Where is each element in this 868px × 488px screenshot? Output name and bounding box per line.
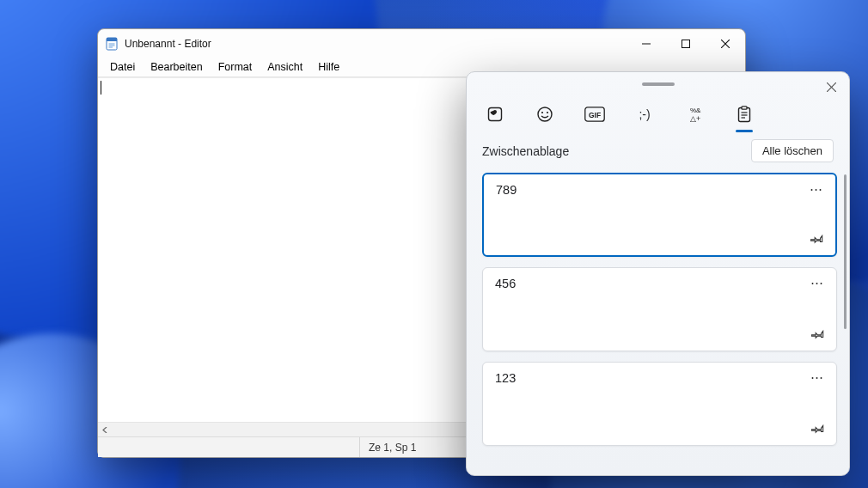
tab-gif[interactable]: GIF — [582, 101, 608, 127]
svg-rect-1 — [107, 38, 117, 41]
svg-point-13 — [541, 112, 543, 113]
clipboard-list[interactable]: 789 ⋯ 456 ⋯ 123 ⋯ — [467, 173, 849, 467]
status-position: Ze 1, Sp 1 — [359, 437, 425, 457]
pin-button[interactable] — [810, 231, 825, 247]
clipboard-item-text: 456 — [495, 277, 824, 290]
pin-button[interactable] — [810, 326, 826, 342]
item-menu-button[interactable]: ⋯ — [810, 181, 823, 197]
menu-file[interactable]: Datei — [102, 59, 143, 75]
tab-clipboard[interactable] — [731, 101, 757, 127]
svg-text:GIF: GIF — [589, 111, 601, 119]
tab-emoji[interactable] — [532, 101, 558, 127]
menu-view[interactable]: Ansicht — [260, 59, 310, 75]
svg-text:&: & — [696, 107, 701, 114]
pin-button[interactable] — [810, 421, 826, 436]
clear-all-button[interactable]: Alle löschen — [751, 139, 834, 162]
window-title: Unbenannt - Editor — [125, 38, 211, 50]
svg-rect-6 — [682, 40, 690, 47]
panel-titlebar[interactable] — [467, 72, 849, 96]
clipboard-item-text: 789 — [496, 183, 823, 197]
titlebar[interactable]: Unbenannt - Editor — [98, 29, 745, 58]
input-panel: GIF ;-) % & △ + Zwischenablage Alle lösc… — [466, 71, 850, 476]
panel-scrollbar[interactable] — [844, 174, 847, 329]
menu-format[interactable]: Format — [211, 59, 260, 75]
panel-title: Zwischenablage — [482, 144, 569, 158]
clipboard-item[interactable]: 456 ⋯ — [482, 267, 837, 351]
svg-rect-22 — [742, 107, 747, 109]
svg-text:△: △ — [690, 114, 696, 123]
svg-point-12 — [538, 107, 552, 121]
drag-handle-icon[interactable] — [642, 82, 675, 86]
menu-help[interactable]: Hilfe — [310, 59, 347, 75]
minimize-button[interactable] — [627, 30, 666, 57]
svg-text:+: + — [696, 114, 700, 123]
notepad-icon — [105, 37, 119, 51]
clipboard-item-text: 123 — [495, 371, 824, 385]
clipboard-item[interactable]: 789 ⋯ — [482, 173, 837, 257]
menu-edit[interactable]: Bearbeiten — [143, 59, 210, 75]
scroll-left-icon[interactable] — [98, 423, 113, 437]
item-menu-button[interactable]: ⋯ — [810, 275, 824, 290]
tab-kaomoji[interactable]: ;-) — [632, 101, 657, 127]
item-menu-button[interactable]: ⋯ — [810, 369, 824, 385]
maximize-button[interactable] — [666, 30, 706, 57]
clipboard-item[interactable]: 123 ⋯ — [482, 362, 837, 446]
tab-recent[interactable] — [482, 101, 508, 127]
text-caret — [101, 81, 101, 95]
close-button[interactable] — [706, 30, 745, 57]
tab-symbols[interactable]: % & △ + — [682, 101, 707, 127]
panel-close-button[interactable] — [822, 77, 840, 96]
panel-tabs: GIF ;-) % & △ + — [467, 96, 849, 136]
svg-point-14 — [547, 112, 548, 113]
